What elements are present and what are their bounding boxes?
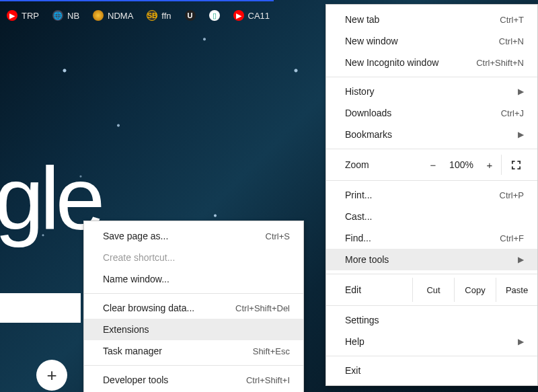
menu-separator bbox=[326, 77, 537, 77]
menu-label: History bbox=[345, 86, 512, 97]
menu-label: Save page as... bbox=[103, 231, 266, 241]
menu-label: Create shortcut... bbox=[103, 252, 290, 263]
paste-button[interactable]: Paste bbox=[496, 278, 537, 302]
copy-button[interactable]: Copy bbox=[454, 278, 496, 302]
zoom-out-button[interactable]: − bbox=[422, 155, 445, 175]
bookmark-label: TRP bbox=[22, 11, 39, 21]
chevron-right-icon: ▶ bbox=[518, 130, 524, 139]
bookmark-ca11[interactable]: ▶ CA11 bbox=[229, 7, 274, 24]
sb-icon: SB bbox=[147, 10, 157, 21]
menu-label: Downloads bbox=[345, 108, 501, 118]
menu-zoom-row: Zoom − 100% + bbox=[326, 153, 537, 177]
bookmark-trp[interactable]: ▶ TRP bbox=[3, 7, 43, 24]
menu-print[interactable]: Print... Ctrl+P bbox=[326, 184, 537, 206]
menu-label: Task manager bbox=[103, 346, 253, 356]
youtube-icon: ▶ bbox=[233, 10, 244, 21]
submenu-clear-browsing-data[interactable]: Clear browsing data... Ctrl+Shift+Del bbox=[84, 297, 303, 319]
menu-separator bbox=[326, 274, 537, 274]
chevron-right-icon: ▶ bbox=[518, 337, 524, 346]
bookmark-ndma[interactable]: NDMA bbox=[89, 7, 137, 24]
menu-separator bbox=[326, 180, 537, 181]
menu-settings[interactable]: Settings bbox=[326, 309, 537, 331]
menu-bookmarks[interactable]: Bookmarks ▶ bbox=[326, 124, 537, 145]
menu-label: Extensions bbox=[103, 324, 290, 335]
menu-shortcut: Ctrl+Shift+Del bbox=[235, 303, 290, 313]
menu-shortcut: Shift+Esc bbox=[253, 346, 290, 356]
chevron-right-icon: ▶ bbox=[518, 255, 524, 264]
submenu-developer-tools[interactable]: Developer tools Ctrl+Shift+I bbox=[84, 369, 303, 391]
chrome-main-menu: New tab Ctrl+T New window Ctrl+N New Inc… bbox=[325, 4, 538, 386]
submenu-name-window[interactable]: Name window... bbox=[84, 268, 303, 290]
menu-more-tools[interactable]: More tools ▶ bbox=[326, 249, 537, 270]
fullscreen-icon bbox=[511, 160, 521, 170]
zoom-label: Zoom bbox=[345, 159, 422, 170]
submenu-extensions[interactable]: Extensions bbox=[84, 319, 303, 340]
menu-separator bbox=[326, 149, 537, 149]
menu-label: Print... bbox=[345, 190, 500, 200]
menu-history[interactable]: History ▶ bbox=[326, 81, 537, 102]
bookmark-flag[interactable]: ▯ bbox=[205, 7, 224, 24]
menu-shortcut: Ctrl+T bbox=[500, 15, 524, 25]
menu-find[interactable]: Find... Ctrl+F bbox=[326, 227, 537, 249]
menu-cast[interactable]: Cast... bbox=[326, 206, 537, 227]
menu-new-window[interactable]: New window Ctrl+N bbox=[326, 30, 537, 52]
flag-icon: ▯ bbox=[209, 10, 220, 21]
menu-shortcut: Ctrl+Shift+I bbox=[246, 375, 290, 385]
menu-label: Clear browsing data... bbox=[103, 303, 235, 313]
chevron-right-icon: ▶ bbox=[518, 87, 524, 96]
menu-downloads[interactable]: Downloads Ctrl+J bbox=[326, 102, 537, 124]
cut-button[interactable]: Cut bbox=[412, 278, 454, 302]
menu-shortcut: Ctrl+S bbox=[266, 231, 290, 241]
menu-separator bbox=[84, 293, 303, 294]
search-bar-fragment[interactable] bbox=[0, 293, 81, 323]
zoom-in-button[interactable]: + bbox=[478, 155, 501, 175]
menu-separator bbox=[326, 356, 537, 356]
menu-shortcut: Ctrl+Shift+N bbox=[476, 58, 524, 68]
bookmark-label: ffn bbox=[161, 11, 171, 21]
youtube-icon: ▶ bbox=[7, 10, 17, 21]
submenu-create-shortcut: Create shortcut... bbox=[84, 247, 303, 268]
menu-label: New tab bbox=[345, 14, 500, 25]
globe-icon: 🌐 bbox=[52, 10, 63, 21]
more-tools-submenu: Save page as... Ctrl+S Create shortcut..… bbox=[83, 221, 304, 392]
menu-label: Developer tools bbox=[103, 375, 246, 385]
menu-label: Bookmarks bbox=[345, 129, 512, 140]
bookmark-label: NB bbox=[67, 11, 79, 21]
bookmark-label: NDMA bbox=[108, 11, 133, 21]
menu-label: Find... bbox=[345, 233, 500, 243]
menu-label: Cast... bbox=[345, 211, 524, 222]
menu-label: Exit bbox=[345, 365, 524, 376]
menu-shortcut: Ctrl+F bbox=[500, 233, 524, 243]
bookmark-label: CA11 bbox=[248, 11, 270, 21]
zoom-value: 100% bbox=[445, 159, 478, 170]
menu-edit-row: Edit Cut Copy Paste bbox=[326, 278, 537, 302]
edit-label: Edit bbox=[345, 278, 412, 302]
menu-shortcut: Ctrl+N bbox=[499, 36, 524, 46]
fullscreen-button[interactable] bbox=[501, 155, 531, 175]
bookmarks-bar: ▶ TRP 🌐 NB NDMA SB ffn U ▯ ▶ CA11 bbox=[0, 0, 274, 30]
menu-new-tab[interactable]: New tab Ctrl+T bbox=[326, 9, 537, 30]
menu-shortcut: Ctrl+P bbox=[500, 190, 524, 200]
submenu-save-page[interactable]: Save page as... Ctrl+S bbox=[84, 225, 303, 247]
menu-shortcut: Ctrl+J bbox=[501, 108, 524, 118]
menu-label: Settings bbox=[345, 315, 524, 325]
bookmark-ffn[interactable]: SB ffn bbox=[143, 7, 175, 24]
menu-label: Name window... bbox=[103, 274, 290, 284]
menu-separator bbox=[84, 365, 303, 366]
menu-label: Help bbox=[345, 336, 512, 347]
u-icon: U bbox=[185, 10, 196, 21]
emblem-icon bbox=[93, 10, 104, 21]
menu-label: More tools bbox=[345, 254, 512, 265]
bookmark-nb[interactable]: 🌐 NB bbox=[48, 7, 83, 24]
menu-label: New window bbox=[345, 36, 499, 46]
menu-label: New Incognito window bbox=[345, 57, 476, 68]
menu-exit[interactable]: Exit bbox=[326, 360, 537, 381]
bookmark-u[interactable]: U bbox=[181, 7, 200, 24]
menu-help[interactable]: Help ▶ bbox=[326, 331, 537, 352]
menu-new-incognito[interactable]: New Incognito window Ctrl+Shift+N bbox=[326, 52, 537, 73]
submenu-task-manager[interactable]: Task manager Shift+Esc bbox=[84, 340, 303, 362]
menu-separator bbox=[326, 305, 537, 306]
add-shortcut-button[interactable]: + bbox=[36, 360, 67, 391]
